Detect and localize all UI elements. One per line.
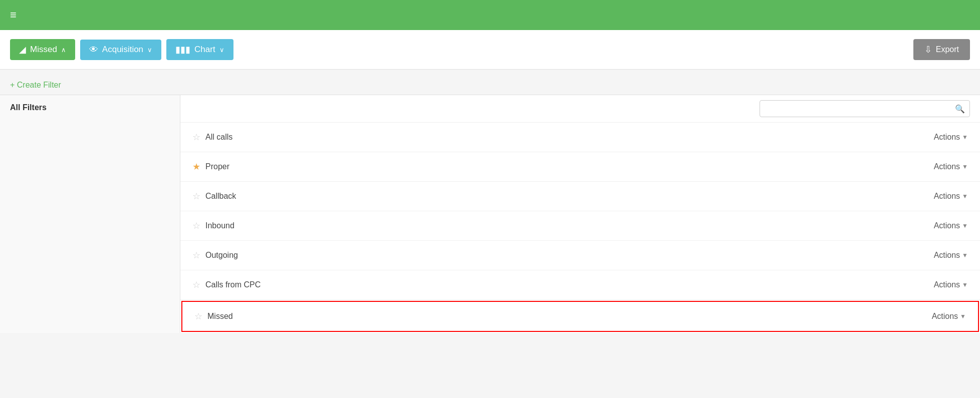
actions-button[interactable]: Actions ▼ xyxy=(934,280,968,289)
filter-item-name: Outgoing xyxy=(205,251,934,260)
actions-button[interactable]: Actions ▼ xyxy=(934,221,968,230)
filter-item-name: Callback xyxy=(205,192,934,201)
chart-icon: ▮▮▮ xyxy=(175,44,190,55)
star-icon[interactable]: ☆ xyxy=(192,132,200,143)
filter-item: ☆OutgoingActions ▼ xyxy=(180,241,980,270)
actions-button[interactable]: Actions ▼ xyxy=(934,133,968,142)
export-label: Export xyxy=(936,45,959,54)
filter-item-name: All calls xyxy=(205,133,934,142)
actions-label: Actions xyxy=(934,192,960,201)
filter-item: ☆InboundActions ▼ xyxy=(180,211,980,241)
top-nav: ≡ xyxy=(0,0,980,30)
filter-icon: ◢ xyxy=(19,44,26,55)
actions-caret-icon: ▼ xyxy=(962,281,968,288)
actions-label: Actions xyxy=(934,133,960,142)
acquisition-chevron-icon: ∨ xyxy=(147,46,152,54)
filter-item: ☆MissedActions ▼ xyxy=(181,301,979,332)
actions-label: Actions xyxy=(934,221,960,230)
search-input[interactable] xyxy=(760,100,970,117)
star-icon[interactable]: ☆ xyxy=(192,220,200,231)
sidebar: All Filters xyxy=(0,95,180,333)
filter-item-name: Calls from CPC xyxy=(205,280,934,289)
chart-filter-button[interactable]: ▮▮▮ Chart ∨ xyxy=(166,39,233,60)
chart-chevron-icon: ∨ xyxy=(219,46,224,54)
create-filter-link[interactable]: + Create Filter xyxy=(10,81,61,89)
actions-button[interactable]: Actions ▼ xyxy=(934,162,968,171)
filter-item-name: Proper xyxy=(205,162,934,171)
filter-item: ☆All callsActions ▼ xyxy=(180,123,980,152)
filter-list: ☆All callsActions ▼★ProperActions ▼☆Call… xyxy=(180,123,980,333)
actions-button[interactable]: Actions ▼ xyxy=(934,251,968,260)
acquisition-filter-label: Acquisition xyxy=(102,45,143,55)
content-wrapper: 🔍 ☆All callsActions ▼★ProperActions ▼☆Ca… xyxy=(180,95,980,333)
star-icon[interactable]: ☆ xyxy=(194,311,202,322)
missed-chevron-icon: ∧ xyxy=(61,46,66,54)
actions-label: Actions xyxy=(932,312,958,321)
filter-item: ☆CallbackActions ▼ xyxy=(180,182,980,211)
actions-caret-icon: ▼ xyxy=(962,134,968,141)
actions-button[interactable]: Actions ▼ xyxy=(932,312,966,321)
toolbar-area: 🔍 xyxy=(180,95,980,123)
hamburger-icon[interactable]: ≡ xyxy=(10,10,17,21)
actions-caret-icon: ▼ xyxy=(962,222,968,229)
acquisition-filter-button[interactable]: 👁 Acquisition ∨ xyxy=(80,40,161,60)
eye-icon: 👁 xyxy=(89,45,98,55)
filter-item: ☆Calls from CPCActions ▼ xyxy=(180,270,980,300)
star-icon[interactable]: ★ xyxy=(192,161,200,172)
actions-button[interactable]: Actions ▼ xyxy=(934,192,968,201)
export-icon: ⇩ xyxy=(924,44,932,55)
star-icon[interactable]: ☆ xyxy=(192,191,200,202)
search-wrapper: 🔍 xyxy=(760,100,970,117)
actions-caret-icon: ▼ xyxy=(962,163,968,170)
actions-label: Actions xyxy=(934,162,960,171)
chart-filter-label: Chart xyxy=(194,45,215,55)
missed-filter-label: Missed xyxy=(30,45,57,55)
star-icon[interactable]: ☆ xyxy=(192,250,200,261)
filter-bar: ◢ Missed ∧ 👁 Acquisition ∨ ▮▮▮ Chart ∨ ⇩… xyxy=(0,30,980,70)
sidebar-title: All Filters xyxy=(10,103,47,112)
create-filter-row: + Create Filter xyxy=(0,70,980,95)
export-button[interactable]: ⇩ Export xyxy=(913,39,970,60)
actions-label: Actions xyxy=(934,280,960,289)
filter-item-name: Inbound xyxy=(205,221,934,230)
actions-caret-icon: ▼ xyxy=(960,313,966,320)
star-icon[interactable]: ☆ xyxy=(192,279,200,290)
actions-caret-icon: ▼ xyxy=(962,193,968,200)
missed-filter-button[interactable]: ◢ Missed ∧ xyxy=(10,39,75,60)
actions-caret-icon: ▼ xyxy=(962,252,968,259)
main-content: All Filters 🔍 ☆All callsActions ▼★Proper… xyxy=(0,95,980,333)
actions-label: Actions xyxy=(934,251,960,260)
filter-item-name: Missed xyxy=(207,312,932,321)
filter-item: ★ProperActions ▼ xyxy=(180,152,980,182)
